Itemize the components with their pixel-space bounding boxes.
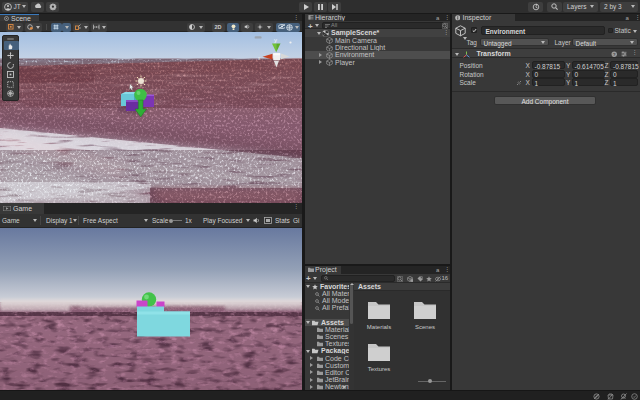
- svg-text:?: ?: [613, 51, 616, 56]
- svg-text:x: x: [258, 56, 261, 61]
- svg-text:y: y: [274, 37, 277, 43]
